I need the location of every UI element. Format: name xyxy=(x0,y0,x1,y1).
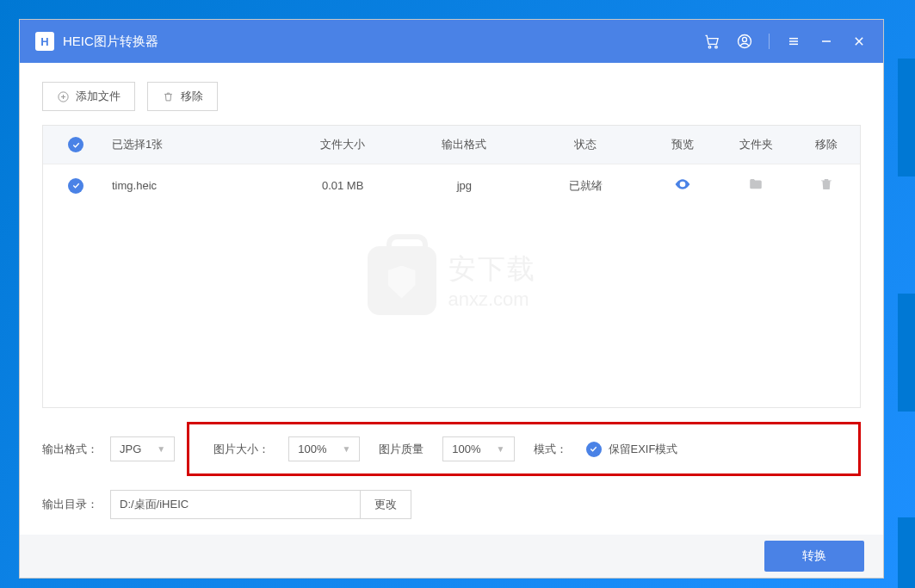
exif-check-icon xyxy=(586,442,602,457)
cart-icon[interactable] xyxy=(703,33,720,50)
image-quality-value: 100% xyxy=(452,443,480,455)
highlight-box: 图片大小： 100% ▼ 图片质量 100% ▼ 模式： 保留EXIF模式 xyxy=(187,422,861,476)
row-checkbox[interactable] xyxy=(43,178,108,194)
row-check-icon xyxy=(68,178,83,194)
add-file-button[interactable]: 添加文件 xyxy=(42,82,135,111)
header-size: 文件大小 xyxy=(282,137,404,152)
output-format-label: 输出格式： xyxy=(42,442,98,457)
header-checkbox[interactable] xyxy=(43,137,108,152)
exif-checkbox[interactable]: 保留EXIF模式 xyxy=(586,442,678,457)
settings-row: 输出格式： JPG ▼ 图片大小： 100% ▼ 图片质量 100% ▼ 模式： xyxy=(42,422,861,476)
caret-down-icon: ▼ xyxy=(157,444,165,454)
content-area: 添加文件 移除 已选择1张 文件大小 输出格式 状态 预览 文件夹 移除 xyxy=(20,63,883,535)
output-format-value: JPG xyxy=(120,443,141,455)
header-selected: 已选择1张 xyxy=(108,137,282,152)
image-quality-label: 图片质量 xyxy=(379,442,423,457)
row-size: 0.01 MB xyxy=(282,179,404,192)
check-all-icon xyxy=(68,137,83,152)
close-icon[interactable] xyxy=(850,33,868,50)
row-format: jpg xyxy=(404,179,525,192)
svg-point-1 xyxy=(715,46,718,47)
user-icon[interactable] xyxy=(736,33,753,50)
output-path-group: 更改 xyxy=(110,490,411,519)
table-row[interactable]: timg.heic 0.01 MB jpg 已就绪 xyxy=(43,164,860,207)
titlebar-actions xyxy=(703,33,868,50)
titlebar-divider xyxy=(769,34,770,49)
caret-down-icon: ▼ xyxy=(497,444,505,454)
convert-button[interactable]: 转换 xyxy=(764,541,864,572)
table-header: 已选择1张 文件大小 输出格式 状态 预览 文件夹 移除 xyxy=(43,126,860,164)
row-status: 已就绪 xyxy=(525,178,646,194)
image-size-label: 图片大小： xyxy=(213,442,269,457)
footer: 转换 xyxy=(20,535,883,578)
output-row: 输出目录： 更改 xyxy=(42,490,861,519)
watermark-en: anxz.com xyxy=(448,288,536,311)
trash-icon xyxy=(162,90,175,103)
image-size-select[interactable]: 100% ▼ xyxy=(288,436,360,461)
eye-icon xyxy=(674,176,691,193)
header-status: 状态 xyxy=(525,137,646,152)
row-remove[interactable] xyxy=(793,176,860,195)
image-size-value: 100% xyxy=(298,443,326,455)
exif-label: 保留EXIF模式 xyxy=(609,442,678,457)
header-preview: 预览 xyxy=(646,137,719,152)
header-format: 输出格式 xyxy=(404,137,525,152)
trash-row-icon xyxy=(819,176,834,192)
folder-icon xyxy=(748,176,764,192)
caret-down-icon: ▼ xyxy=(342,444,350,454)
svg-point-13 xyxy=(681,183,683,185)
row-folder[interactable] xyxy=(719,176,793,195)
output-dir-label: 输出目录： xyxy=(42,497,98,512)
remove-label: 移除 xyxy=(181,89,203,104)
desktop-edge xyxy=(898,0,915,588)
watermark-bag-icon xyxy=(368,246,436,315)
plus-circle-icon xyxy=(57,90,70,103)
output-path-input[interactable] xyxy=(111,492,360,517)
mode-label: 模式： xyxy=(534,442,567,457)
watermark-cn: 安下载 xyxy=(448,251,536,288)
add-file-label: 添加文件 xyxy=(76,89,121,104)
menu-icon[interactable] xyxy=(785,33,802,50)
change-dir-button[interactable]: 更改 xyxy=(360,491,411,518)
image-quality-select[interactable]: 100% ▼ xyxy=(442,436,514,461)
app-logo: H xyxy=(35,32,54,51)
app-window: H HEIC图片转换器 添加文件 移除 xyxy=(19,19,884,579)
app-title: HEIC图片转换器 xyxy=(63,34,703,50)
svg-point-3 xyxy=(743,37,747,41)
remove-button[interactable]: 移除 xyxy=(147,82,218,111)
row-filename: timg.heic xyxy=(108,179,282,192)
watermark: 安下载 anxz.com xyxy=(368,246,536,315)
file-table: 已选择1张 文件大小 输出格式 状态 预览 文件夹 移除 timg.heic 0… xyxy=(42,125,861,408)
output-format-select[interactable]: JPG ▼ xyxy=(110,436,175,461)
row-preview[interactable] xyxy=(646,176,719,195)
header-folder: 文件夹 xyxy=(719,137,793,152)
header-remove: 移除 xyxy=(793,137,860,152)
titlebar: H HEIC图片转换器 xyxy=(20,20,883,63)
svg-point-0 xyxy=(708,46,711,47)
minimize-icon[interactable] xyxy=(818,33,835,50)
toolbar: 添加文件 移除 xyxy=(42,82,861,111)
